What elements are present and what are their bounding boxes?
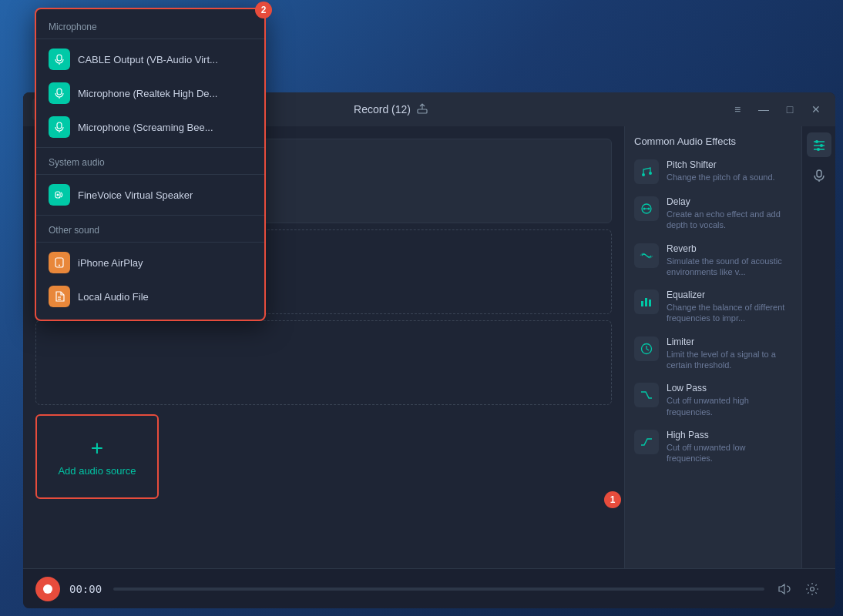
svg-point-16: [817, 148, 820, 151]
menu-button[interactable]: ≡: [727, 99, 747, 119]
effects-list: Pitch Shifter Change the pitch of a soun…: [625, 153, 801, 470]
export-icon[interactable]: [417, 103, 428, 116]
svg-point-27: [57, 194, 59, 196]
svg-rect-7: [641, 301, 643, 306]
screaming-bee-mic-label: Microphone (Screaming Bee...: [78, 122, 213, 133]
effect-item-reverb[interactable]: Reverb Simulate the sound of acoustic en…: [625, 237, 801, 284]
cable-output-label: CABLE Output (VB-Audio Virt...: [78, 54, 218, 65]
svg-rect-24: [57, 122, 62, 129]
effect-item-pitch-shifter[interactable]: Pitch Shifter Change the pitch of a soun…: [625, 153, 801, 190]
cable-output-item[interactable]: CABLE Output (VB-Audio Virt...: [36, 42, 264, 76]
effect-icon-3: [634, 290, 659, 314]
window-title: Record (12): [354, 103, 411, 116]
cable-output-icon: [49, 49, 70, 70]
record-indicator: [43, 584, 52, 594]
effect-text-6: High Pass Cut off unwanted low frequenci…: [667, 430, 792, 464]
add-audio-label: Add audio source: [58, 465, 136, 477]
effect-icon-5: [634, 383, 659, 407]
effect-item-delay[interactable]: Delay Create an echo effect and add dept…: [625, 190, 801, 237]
effect-desc-3: Change the balance of different frequenc…: [667, 302, 792, 324]
finevoice-speaker-icon: [49, 184, 70, 206]
microphone-section-label: Microphone: [36, 15, 264, 35]
svg-rect-8: [645, 298, 647, 306]
volume-button[interactable]: [774, 578, 795, 600]
effect-item-low-pass[interactable]: Low Pass Cut off unwanted high frequenci…: [625, 377, 801, 424]
effect-icon-1: [634, 196, 659, 221]
divider-4: [36, 215, 264, 216]
close-button[interactable]: ✕: [806, 99, 826, 119]
effect-desc-6: Cut off unwanted low frequencies.: [667, 442, 792, 464]
svg-point-19: [811, 587, 814, 591]
effect-text-5: Low Pass Cut off unwanted high frequenci…: [667, 383, 792, 417]
effect-text-2: Reverb Simulate the sound of acoustic en…: [667, 243, 792, 278]
microphone-toggle-button[interactable]: [807, 163, 831, 188]
effect-item-high-pass[interactable]: High Pass Cut off unwanted low frequenci…: [625, 424, 801, 470]
effect-name-5: Low Pass: [667, 383, 792, 393]
divider-1: [36, 38, 264, 39]
realtek-mic-icon: [49, 82, 70, 104]
effect-name-4: Limiter: [667, 336, 792, 347]
effect-desc-0: Change the pitch of a sound.: [667, 172, 792, 182]
svg-rect-17: [817, 170, 821, 177]
svg-point-12: [815, 140, 818, 143]
effect-text-1: Delay Create an echo effect and add dept…: [667, 196, 792, 231]
system-audio-section-label: System audio: [36, 151, 264, 171]
realtek-mic-item[interactable]: Microphone (Realtek High De...: [36, 76, 264, 110]
realtek-mic-label: Microphone (Realtek High De...: [78, 88, 217, 99]
svg-point-1: [642, 173, 645, 176]
divider-5: [36, 242, 264, 243]
effect-item-limiter[interactable]: Limiter Limit the level of a signal to a…: [625, 330, 801, 377]
divider-3: [36, 174, 264, 175]
effect-name-3: Equalizer: [667, 290, 792, 300]
title-bar-center: Record (12): [354, 103, 428, 116]
screaming-bee-mic-icon: [49, 116, 70, 138]
iphone-airplay-item[interactable]: iPhone AirPlay: [36, 246, 264, 280]
iphone-airplay-label: iPhone AirPlay: [78, 257, 143, 269]
finevoice-speaker-item[interactable]: FineVoice Virtual Speaker: [36, 178, 264, 212]
iphone-airplay-icon: [49, 252, 70, 273]
effect-icon-0: [634, 159, 659, 184]
effects-panel: Common Audio Effects Pitch Shifter Chang…: [624, 126, 801, 568]
effects-panel-toggle-button[interactable]: [807, 132, 831, 157]
maximize-button[interactable]: □: [780, 99, 800, 119]
bottom-bar: 00:00: [23, 568, 835, 608]
effect-text-3: Equalizer Change the balance of differen…: [667, 290, 792, 324]
effects-header: Common Audio Effects: [625, 126, 801, 153]
effect-icon-2: [634, 243, 659, 268]
svg-point-2: [649, 172, 652, 175]
bottom-right-icons: [774, 578, 823, 600]
effect-text-0: Pitch Shifter Change the pitch of a soun…: [667, 159, 792, 182]
track-lane-3: [35, 320, 612, 405]
other-sound-section-label: Other sound: [36, 219, 264, 239]
finevoice-speaker-label: FineVoice Virtual Speaker: [78, 189, 193, 201]
divider-2: [36, 147, 264, 148]
effect-name-6: High Pass: [667, 430, 792, 440]
svg-point-29: [59, 265, 60, 266]
local-audio-file-item[interactable]: Local Audio File: [36, 280, 264, 313]
settings-button[interactable]: [801, 578, 823, 600]
plus-icon: +: [91, 437, 103, 459]
effect-desc-2: Simulate the sound of acoustic environme…: [667, 256, 792, 278]
record-button[interactable]: [35, 577, 60, 601]
sidebar-icons: [801, 126, 835, 568]
svg-rect-20: [57, 55, 62, 61]
local-audio-file-icon: [49, 286, 70, 307]
progress-bar[interactable]: [113, 588, 764, 591]
effect-desc-4: Limit the level of a signal to a certain…: [667, 349, 792, 371]
effect-desc-5: Cut off unwanted high frequencies.: [667, 395, 792, 417]
effect-name-2: Reverb: [667, 243, 792, 254]
screaming-bee-mic-item[interactable]: Microphone (Screaming Bee...: [36, 110, 264, 144]
add-audio-source-button[interactable]: + Add audio source: [35, 414, 159, 499]
title-bar-right: ≡ — □ ✕: [727, 99, 826, 119]
effect-desc-1: Create an echo effect and add depth to v…: [667, 209, 792, 231]
audio-source-dropdown: 2 Microphone CABLE Output (VB-Audio Virt…: [35, 8, 266, 321]
badge-1: 1: [604, 491, 621, 508]
effect-name-1: Delay: [667, 196, 792, 207]
svg-rect-22: [57, 89, 62, 95]
effect-item-equalizer[interactable]: Equalizer Change the balance of differen…: [625, 283, 801, 330]
effect-name-0: Pitch Shifter: [667, 159, 792, 170]
minimize-button[interactable]: —: [754, 99, 774, 119]
time-display: 00:00: [69, 583, 104, 595]
badge-2: 2: [255, 2, 272, 18]
svg-rect-0: [418, 109, 427, 113]
